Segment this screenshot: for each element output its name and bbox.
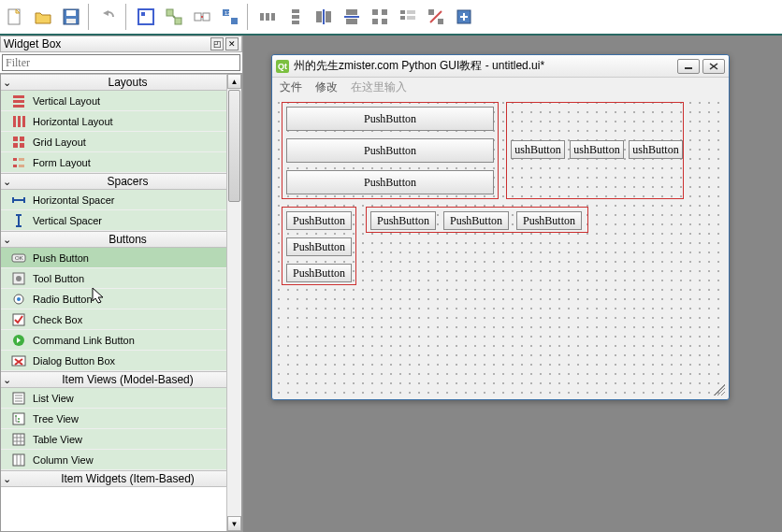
widget-box-titlebar[interactable]: Widget Box ◰ ✕ xyxy=(0,36,242,52)
category-header[interactable]: ⌄Buttons xyxy=(1,231,241,248)
form-surface[interactable]: PushButton PushButton PushButton ushButt… xyxy=(274,98,727,397)
svg-rect-6 xyxy=(141,12,145,16)
category-header[interactable]: ⌄Spacers xyxy=(1,173,241,190)
adjust-size-icon[interactable] xyxy=(451,4,477,30)
main-toolbar: 12 xyxy=(0,0,782,36)
widget-item[interactable]: Vertical Layout xyxy=(1,91,241,111)
svg-rect-14 xyxy=(231,18,238,24)
close-button[interactable] xyxy=(702,59,725,74)
widget-item[interactable]: Check Box xyxy=(1,309,241,330)
horizontal-layout-2[interactable]: PushButton PushButton PushButton xyxy=(366,207,588,233)
minimize-button[interactable] xyxy=(677,59,700,74)
edit-tab-order-icon[interactable]: 12 xyxy=(217,4,243,30)
push-button[interactable]: PushButton xyxy=(286,264,352,282)
layout-horiz-icon[interactable] xyxy=(254,4,281,30)
menu-file[interactable]: 文件 xyxy=(280,79,302,95)
undo-icon[interactable] xyxy=(95,4,122,30)
push-button[interactable]: PushButton xyxy=(516,211,582,230)
layout-grid-icon[interactable] xyxy=(367,4,393,30)
design-canvas[interactable]: Qt 州的先生zmister.com Python GUI教程 - untitl… xyxy=(243,36,782,532)
menu-edit[interactable]: 修改 xyxy=(315,79,338,95)
form-titlebar[interactable]: Qt 州的先生zmister.com Python GUI教程 - untitl… xyxy=(272,55,729,78)
svg-point-59 xyxy=(17,297,21,301)
menu-type-here[interactable]: 在这里输入 xyxy=(351,79,407,95)
scrollbar[interactable]: ▲ ▼ xyxy=(226,74,241,531)
category-label: Item Views (Model-Based) xyxy=(16,373,239,386)
dock-float-icon[interactable]: ◰ xyxy=(210,37,224,50)
layout-horiz-split-icon[interactable] xyxy=(311,4,337,30)
widget-item[interactable]: Tool Button xyxy=(1,268,241,289)
resize-grip-icon[interactable] xyxy=(714,384,725,395)
break-layout-icon[interactable] xyxy=(423,4,449,30)
dlgbox-icon xyxy=(10,352,27,369)
widget-item-label: Horizontal Layout xyxy=(33,116,113,127)
widget-item[interactable]: Vertical Spacer xyxy=(1,210,241,231)
category-header[interactable]: ⌄Item Widgets (Item-Based) xyxy=(1,470,241,487)
push-button[interactable]: PushButton xyxy=(286,138,494,163)
widget-tree[interactable]: ⌄LayoutsVertical LayoutHorizontal Layout… xyxy=(0,73,242,532)
widget-item[interactable]: Grid Layout xyxy=(1,132,241,152)
svg-rect-40 xyxy=(13,95,24,98)
svg-rect-48 xyxy=(13,143,18,148)
edit-signals-icon[interactable] xyxy=(161,4,187,30)
push-button[interactable]: ushButton xyxy=(511,140,565,159)
widget-item[interactable]: Tree View xyxy=(1,409,241,429)
category-label: Buttons xyxy=(16,233,239,246)
widget-item[interactable]: Command Link Button xyxy=(1,330,241,351)
form-window[interactable]: Qt 州的先生zmister.com Python GUI教程 - untitl… xyxy=(271,54,730,400)
widget-item-label: Table View xyxy=(33,434,82,445)
vertical-layout-2[interactable]: PushButton PushButton PushButton xyxy=(282,207,356,285)
push-button[interactable]: PushButton xyxy=(286,237,352,256)
push-button[interactable]: PushButton xyxy=(370,211,436,230)
open-file-icon[interactable] xyxy=(30,4,56,30)
svg-rect-11 xyxy=(203,13,210,21)
scroll-up-icon[interactable]: ▲ xyxy=(227,74,241,89)
widget-item[interactable]: Column View xyxy=(1,450,241,470)
svg-rect-25 xyxy=(346,9,357,15)
layout-vert-icon[interactable] xyxy=(282,4,309,30)
push-button[interactable]: PushButton xyxy=(286,170,494,194)
chevron-down-icon: ⌄ xyxy=(3,77,16,89)
svg-rect-18 xyxy=(271,13,275,21)
push-button[interactable]: ushButton xyxy=(629,140,683,159)
widget-box-title: Widget Box xyxy=(4,37,61,50)
filter-input[interactable] xyxy=(2,54,240,71)
widget-item[interactable]: List View xyxy=(1,388,241,409)
widget-item[interactable]: Table View xyxy=(1,429,241,450)
edit-buddies-icon[interactable] xyxy=(189,4,215,30)
widget-item[interactable]: Horizontal Layout xyxy=(1,111,241,132)
form-menubar[interactable]: 文件 修改 在这里输入 xyxy=(272,78,729,96)
widget-item[interactable]: Dialog Button Box xyxy=(1,351,241,371)
widget-item[interactable]: Radio Button xyxy=(1,289,241,309)
svg-rect-32 xyxy=(400,10,405,14)
layout-vert-split-icon[interactable] xyxy=(339,4,365,30)
category-header[interactable]: ⌄Layouts xyxy=(1,74,241,91)
svg-rect-33 xyxy=(407,10,415,14)
widget-item[interactable]: OKPush Button xyxy=(1,248,241,268)
save-file-icon[interactable] xyxy=(58,4,84,30)
push-button[interactable]: ushButton xyxy=(570,140,624,159)
push-button[interactable]: PushButton xyxy=(286,211,352,230)
push-button[interactable]: PushButton xyxy=(443,211,509,230)
scroll-thumb[interactable] xyxy=(228,90,240,202)
edit-widgets-icon[interactable] xyxy=(133,4,159,30)
dock-close-icon[interactable]: ✕ xyxy=(225,37,239,50)
widget-item[interactable]: Form Layout xyxy=(1,152,241,173)
svg-rect-52 xyxy=(13,165,17,167)
svg-rect-28 xyxy=(372,9,378,15)
vspacer-icon xyxy=(10,212,27,229)
chevron-down-icon: ⌄ xyxy=(3,473,16,485)
category-header[interactable]: ⌄Item Views (Model-Based) xyxy=(1,371,241,388)
widget-item-label: List View xyxy=(33,393,74,404)
scroll-down-icon[interactable]: ▼ xyxy=(227,516,241,531)
horizontal-layout-1[interactable]: ushButton ushButton ushButton xyxy=(506,102,684,199)
push-button[interactable]: PushButton xyxy=(286,107,494,131)
svg-rect-4 xyxy=(66,19,76,23)
layout-form-icon[interactable] xyxy=(395,4,421,30)
new-file-icon[interactable] xyxy=(2,4,28,30)
chevron-down-icon: ⌄ xyxy=(3,176,16,188)
svg-rect-44 xyxy=(18,116,21,127)
widget-item[interactable]: Horizontal Spacer xyxy=(1,190,241,210)
vertical-layout-1[interactable]: PushButton PushButton PushButton xyxy=(282,102,499,199)
svg-rect-45 xyxy=(22,116,25,127)
